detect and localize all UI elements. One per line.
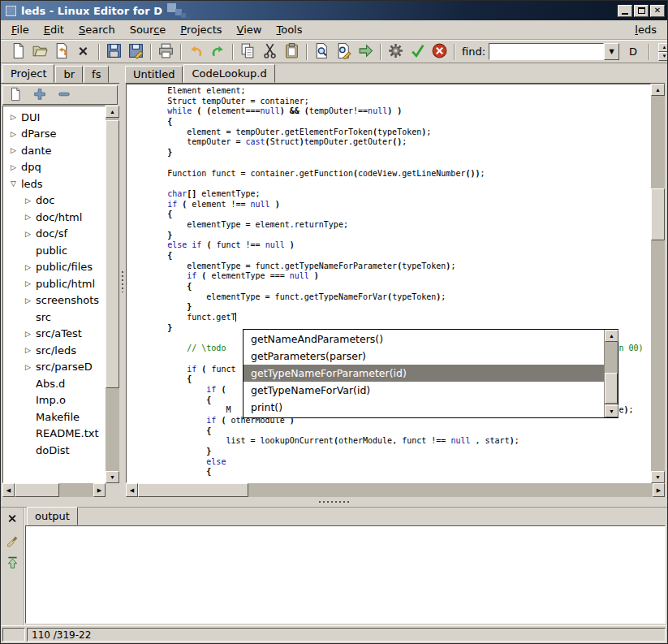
scroll-right-icon[interactable]: ▶ [93,483,106,497]
save-as-button[interactable] [125,41,147,63]
scroll-right-icon[interactable]: ▶ [653,483,665,497]
tab-fs[interactable]: fs [84,66,109,83]
tree-item-imp-o[interactable]: Imp.o [3,392,105,409]
tree-item-src[interactable]: src [3,309,105,326]
menu-item-view[interactable]: View [230,22,269,37]
spin-up-button[interactable]: ▲ [658,43,668,52]
editor-vertical-scrollbar[interactable]: ▲ ▼ [651,84,665,483]
find-replace-button[interactable] [333,41,355,63]
redo-button[interactable] [207,41,229,63]
scroll-thumb[interactable] [605,373,618,404]
clear-button[interactable] [2,533,22,551]
remove-button[interactable] [55,87,73,103]
tree-item-dui[interactable]: ▷DUI [3,109,105,126]
stop-button[interactable] [429,41,450,63]
close-window-button[interactable]: ✕ [650,5,665,17]
vertical-splitter[interactable] [119,83,126,497]
raise-button[interactable] [2,555,22,573]
new-file-button[interactable] [7,41,29,63]
menu-item-file[interactable]: File [4,22,37,37]
find-dropdown-button[interactable]: ▼ [604,43,619,60]
tree-item-src-atest[interactable]: ▷src/aTest [3,326,105,343]
menu-item-projects[interactable]: Projects [173,22,229,37]
tab-project[interactable]: Project [2,64,54,83]
scroll-up-icon[interactable]: ▲ [605,330,618,342]
menu-item-leds[interactable]: leds [627,22,664,37]
tree-item-public-files[interactable]: ▷public/files [3,259,105,276]
completion-item[interactable]: getNameAndParameters() [243,331,604,348]
save-icon [106,42,123,62]
find-icon [313,42,330,62]
spin-down-button[interactable]: ▼ [658,52,668,61]
scroll-thumb[interactable] [106,120,119,388]
tab-output[interactable]: output [27,507,78,525]
close-panel-button[interactable] [2,511,22,529]
editor-horizontal-scrollbar[interactable]: ◀ ▶ [126,483,665,497]
output-content[interactable] [25,525,666,624]
menu-item-search[interactable]: Search [71,22,123,37]
menu-item-source[interactable]: Source [123,22,174,37]
scroll-down-icon[interactable]: ▼ [106,471,119,483]
scroll-thumb[interactable] [15,483,59,497]
completion-item[interactable]: getParameters(parser) [243,348,604,365]
tree-item-public[interactable]: public [3,242,105,259]
tree-item-public-html[interactable]: ▷public/html [3,275,105,292]
tree-item-doc-html[interactable]: ▷doc/html [3,209,105,226]
copy-button[interactable] [237,41,259,63]
find-input[interactable] [489,43,604,60]
scroll-up-icon[interactable]: ▲ [651,84,665,96]
minimize-button[interactable] [618,5,632,17]
code-editor[interactable]: Element element; Struct tempOuter = cont… [126,84,651,483]
tree-item-makefile[interactable]: Makefile [3,408,105,426]
tree-vertical-scrollbar[interactable]: ▲ ▼ [106,106,119,483]
completion-item[interactable]: getTypeNameForParameter(id) [243,365,604,382]
tree-item-doc-sf[interactable]: ▷doc/sf [3,226,105,243]
print-button[interactable] [155,41,177,63]
tree-item-dpq[interactable]: ▷dpq [3,159,105,176]
check-button[interactable] [407,41,429,63]
tree-item-dparse[interactable]: ▷dParse [3,126,105,143]
undo-button[interactable] [185,41,207,63]
code-token: typeToken [377,128,421,136]
tab-codelookup-d[interactable]: CodeLookup.d [183,64,274,83]
add-button[interactable] [31,87,49,103]
code-line: funct.getT [128,313,650,323]
build-button[interactable] [385,41,407,63]
popup-scrollbar[interactable]: ▲ ▼ [604,330,618,417]
cut-button[interactable] [259,41,281,63]
tab-br[interactable]: br [55,66,83,83]
tree-item-src-leds[interactable]: ▷src/leds [3,342,105,359]
code-token [128,271,187,280]
scroll-up-icon[interactable]: ▲ [106,106,119,118]
scroll-thumb[interactable] [651,188,665,240]
revert-button[interactable] [51,41,73,63]
scroll-down-icon[interactable]: ▼ [651,471,665,483]
tree-item-dante[interactable]: ▷dante [3,142,105,159]
tree-item-screenshots[interactable]: ▷screenshots [3,292,105,309]
tree-item-abs-d[interactable]: Abs.d [3,375,105,392]
close-button[interactable] [73,41,95,63]
maximize-button[interactable] [634,5,649,17]
completion-item[interactable]: getTypeNameForVar(id) [243,382,604,399]
scroll-down-icon[interactable]: ▼ [605,405,618,417]
menu-item-edit[interactable]: Edit [37,22,71,37]
menu-item-tools[interactable]: Tools [269,22,309,37]
find-button[interactable] [311,41,333,63]
horizontal-splitter[interactable] [1,497,667,507]
tree-item-leds[interactable]: ▽leds [3,175,105,192]
tree-item-dodist[interactable]: doDist [3,442,105,459]
open-button[interactable] [29,41,51,63]
tree-item-doc[interactable]: ▷doc [3,192,105,210]
tree-item-readme-txt[interactable]: README.txt [3,426,105,443]
scroll-left-icon[interactable]: ◀ [2,483,15,497]
tree-horizontal-scrollbar[interactable]: ◀ ▶ [2,483,106,497]
tab-untitled[interactable]: Untitled [125,66,183,83]
save-button[interactable] [103,41,125,63]
paste-button[interactable] [281,41,303,63]
scroll-left-icon[interactable]: ◀ [126,483,138,497]
tree-item-src-parsed[interactable]: ▷src/parseD [3,359,105,376]
go-button[interactable] [355,41,377,63]
scroll-thumb[interactable] [138,483,248,497]
new-file-button[interactable] [6,87,24,103]
completion-item[interactable]: print() [243,399,604,416]
